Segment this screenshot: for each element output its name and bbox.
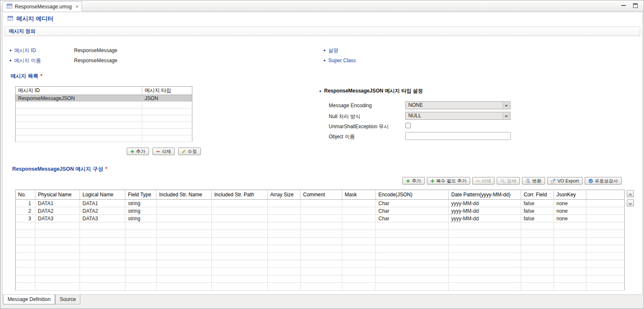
chevron-down-icon (505, 116, 508, 117)
composition-column-header[interactable]: Date Pattern(yyyy-MM-dd) (449, 190, 521, 200)
type-settings-title-text: ResponseMessageJSON 메시지 타입 설정 (324, 87, 423, 95)
composition-cell: none (554, 215, 586, 222)
export-icon (551, 179, 556, 183)
composition-column-header[interactable]: JsonKey (554, 190, 586, 200)
button-label: 추가 (136, 148, 145, 155)
minus-icon (156, 150, 160, 153)
composition-empty-row[interactable] (16, 222, 625, 230)
composition-row[interactable]: 1DATA1DATA1stringCharyyyy-MM-ddfalsenone (16, 200, 625, 207)
composition-vo-export-button[interactable]: VO Export (547, 177, 583, 185)
message-list-empty-row[interactable] (16, 129, 192, 135)
section-message-definition: 메시지 정의 (5, 26, 640, 36)
composition-column-header[interactable]: No. (16, 190, 35, 200)
message-list-column-header[interactable]: 메시지 ID (16, 87, 142, 95)
composition-empty-row[interactable] (16, 283, 625, 291)
section-title: 메시지 정의 (9, 28, 35, 34)
composition-column-header[interactable]: Physical Name (35, 190, 80, 200)
message-list-empty-row[interactable] (16, 108, 192, 115)
message-list-empty-row[interactable] (16, 115, 192, 122)
composition-column-header[interactable]: Logical Name (80, 190, 125, 200)
message-list-edit-button[interactable]: 수정 (178, 148, 201, 155)
composition-empty-row[interactable] (16, 230, 625, 238)
composition-cell (586, 200, 625, 207)
composition-cell: yyyy-MM-dd (449, 215, 521, 222)
pencil-icon (182, 149, 186, 153)
editor-tab-bar: ResponseMessage.umsg × (0, 0, 644, 11)
composition-column-header[interactable]: Corr. Field (521, 190, 554, 200)
composition-add-multiple-fields-button[interactable]: 복수 필드 추가 (427, 177, 470, 185)
type-settings-title: ResponseMessageJSON 메시지 타입 설정 (319, 87, 423, 95)
composition-search-button[interactable]: 검색 (497, 177, 520, 185)
description-label: 설명 (324, 48, 338, 53)
composition-header-row: No.Physical NameLogical NameField TypeIn… (16, 190, 625, 200)
composition-empty-row[interactable] (16, 253, 625, 260)
window-controls (621, 3, 638, 8)
composition-empty-row[interactable] (16, 275, 625, 283)
composition-delete-button[interactable]: 삭제 (472, 177, 495, 185)
bottom-tab-message-definition[interactable]: Message Definition (3, 295, 55, 304)
chevron-up-icon (628, 190, 632, 198)
required-mark: * (105, 166, 107, 172)
bottom-tab-source[interactable]: Source (55, 295, 80, 304)
message-encoding-combo[interactable]: NONE (405, 101, 511, 109)
editor-title: 메시지 에디터 (16, 15, 53, 23)
umsg-file-icon (6, 3, 13, 11)
message-list-row[interactable]: ResponseMessageJSONJSON (16, 95, 192, 102)
composition-title-text: ResponseMessageJSON 메시지 구성 (12, 166, 103, 172)
message-list-empty-row[interactable] (16, 135, 192, 142)
composition-column-header[interactable]: Included Str. Name (157, 190, 212, 200)
composition-cell: none (554, 200, 586, 207)
composition-cell (212, 200, 268, 207)
button-label: 복수 필드 추가 (436, 178, 466, 184)
object-name-label: Object 이름 (329, 133, 355, 139)
composition-cell: 1 (16, 200, 35, 207)
composition-cell (157, 200, 212, 207)
composition-column-header[interactable]: Comment (301, 190, 342, 200)
super-class-label: Super Class (324, 58, 356, 63)
composition-validate-button[interactable]: 유효성검사 (585, 177, 622, 185)
button-label: 검색 (507, 178, 516, 184)
composition-column-header[interactable]: Included Str. Path (212, 190, 268, 200)
search-icon (500, 179, 505, 183)
unmarshall-exception-checkbox[interactable] (405, 123, 411, 128)
composition-empty-row[interactable] (16, 245, 625, 253)
message-list-empty-row[interactable] (16, 102, 192, 108)
tab-responsemessage-umsg[interactable]: ResponseMessage.umsg × (3, 1, 82, 11)
message-list-delete-button[interactable]: 삭제 (152, 148, 175, 155)
composition-cell: Char (376, 207, 449, 215)
composition-row[interactable]: 2DATA2DATA2stringCharyyyy-MM-ddfalsenone (16, 207, 625, 215)
composition-convert-button[interactable]: 변환 (522, 177, 545, 185)
composition-cell: DATA3 (80, 215, 125, 222)
null-handling-combo[interactable]: NULL (405, 112, 511, 120)
composition-cell: false (521, 200, 554, 207)
composition-column-header[interactable]: Field Type (125, 190, 157, 200)
bullet-icon (324, 50, 325, 51)
plus-icon (130, 150, 134, 153)
composition-row[interactable]: 3DATA3DATA3stringCharyyyy-MM-ddfalsenone (16, 215, 625, 222)
composition-column-header[interactable] (586, 190, 625, 200)
scroll-down-button[interactable] (627, 199, 634, 206)
message-list-add-button[interactable]: 추가 (127, 148, 149, 155)
object-name-input[interactable] (405, 132, 511, 140)
null-handling-value: NULL (408, 113, 421, 119)
composition-empty-row[interactable] (16, 268, 625, 275)
tab-close-icon[interactable]: × (75, 4, 78, 9)
composition-cell: yyyy-MM-dd (449, 200, 521, 207)
minimize-icon[interactable] (621, 3, 626, 8)
message-list-empty-row[interactable] (16, 122, 192, 129)
message-list-header-row: 메시지 ID메시지 타입 (16, 87, 192, 95)
composition-add-button[interactable]: 추가 (402, 177, 425, 185)
button-label: 유효성검사 (595, 178, 618, 184)
maximize-icon[interactable] (633, 3, 638, 8)
composition-column-header[interactable]: Mask (342, 190, 376, 200)
composition-cell (301, 207, 342, 215)
message-list-column-header[interactable]: 메시지 타입 (142, 87, 192, 95)
scroll-up-button[interactable] (627, 190, 634, 197)
composition-empty-row[interactable] (16, 238, 625, 245)
composition-empty-row[interactable] (16, 260, 625, 268)
composition-column-header[interactable]: Array Size (268, 190, 301, 200)
composition-cell: none (554, 207, 586, 215)
plus-icon (431, 179, 434, 183)
composition-toolbar: 추가복수 필드 추가삭제검색변환VO Export유효성검사 (402, 177, 622, 185)
composition-column-header[interactable]: Encode(JSON) (376, 190, 449, 200)
